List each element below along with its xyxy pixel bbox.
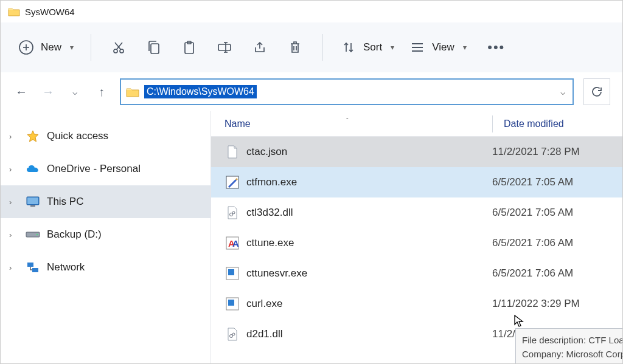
file-tooltip: File description: CTF Loader Company: Mi… xyxy=(515,328,623,364)
svg-text:A: A xyxy=(232,238,239,249)
sidebar-item-label: This PC xyxy=(47,196,83,208)
cloud-icon xyxy=(25,161,41,177)
svg-rect-31 xyxy=(228,269,234,275)
svg-rect-19 xyxy=(30,205,35,207)
plus-circle-icon xyxy=(18,39,35,56)
divider xyxy=(322,34,323,61)
trash-icon xyxy=(288,40,302,55)
sort-icon xyxy=(340,39,357,56)
file-row[interactable]: ctl3d32.dll 6/5/2021 7:05 AM xyxy=(211,197,622,228)
folder-icon xyxy=(8,7,20,16)
column-name[interactable]: Name ˆ xyxy=(224,118,492,129)
sidebar-item-onedrive[interactable]: › OneDrive - Personal xyxy=(1,153,211,185)
column-headers: Name ˆ Date modified xyxy=(211,111,622,137)
folder-icon xyxy=(126,86,139,97)
up-button[interactable]: ↑ xyxy=(93,83,110,100)
chevron-down-icon: ▾ xyxy=(70,43,74,52)
sidebar-item-network[interactable]: › Network xyxy=(1,251,211,284)
toolbar: New ▾ Sort ▾ View ▾ ••• xyxy=(1,22,622,72)
nav-bar: ← → ⌵ ↑ C:\Windows\SysWOW64 ⌵ xyxy=(1,72,622,111)
column-date[interactable]: Date modified xyxy=(504,118,564,129)
chevron-down-icon: ▾ xyxy=(463,43,467,52)
expand-icon[interactable]: › xyxy=(9,263,19,272)
expand-icon[interactable]: › xyxy=(9,230,19,239)
svg-rect-7 xyxy=(151,44,159,53)
file-date: 11/2/2021 7:28 PM xyxy=(492,146,580,158)
file-name: d2d1.dll xyxy=(246,328,492,340)
svg-rect-23 xyxy=(32,268,38,272)
file-date: 6/5/2021 7:06 AM xyxy=(492,267,573,280)
ellipsis-icon: ••• xyxy=(487,39,505,55)
sort-label: Sort xyxy=(363,41,382,53)
file-date: 6/5/2021 7:05 AM xyxy=(492,207,573,219)
share-icon xyxy=(252,40,267,55)
tooltip-description: File description: CTF Loader xyxy=(522,334,623,348)
column-name-label: Name xyxy=(224,118,251,129)
ctfmon-icon xyxy=(224,174,240,190)
sidebar-item-label: OneDrive - Personal xyxy=(47,163,141,175)
clipboard-icon xyxy=(183,40,196,55)
address-dropdown[interactable]: ⌵ xyxy=(558,84,568,99)
app-icon xyxy=(224,266,240,281)
sidebar-item-label: Network xyxy=(47,261,85,273)
sort-indicator-icon: ˆ xyxy=(346,117,349,125)
drive-icon xyxy=(25,227,41,242)
svg-rect-18 xyxy=(27,197,38,204)
sidebar-item-this-pc[interactable]: › This PC xyxy=(1,185,211,218)
more-button[interactable]: ••• xyxy=(480,34,513,61)
new-label: New xyxy=(41,41,61,53)
dll-icon xyxy=(224,205,240,221)
forward-button[interactable]: → xyxy=(40,83,57,100)
file-list: ctac.json 11/2/2021 7:28 PM ctfmon.exe 6… xyxy=(211,137,622,349)
back-button[interactable]: ← xyxy=(13,83,30,100)
new-button[interactable]: New ▾ xyxy=(12,35,80,60)
star-icon xyxy=(25,128,41,144)
scissors-icon xyxy=(111,40,126,55)
address-bar[interactable]: C:\Windows\SysWOW64 ⌵ xyxy=(120,78,574,105)
sidebar-item-quick-access[interactable]: › Quick access xyxy=(1,120,211,153)
svg-rect-22 xyxy=(27,263,33,267)
view-label: View xyxy=(432,41,454,53)
file-date: 6/5/2021 7:06 AM xyxy=(492,237,573,249)
file-date: 1/11/2022 3:29 PM xyxy=(492,298,580,310)
pc-icon xyxy=(25,194,41,210)
expand-icon[interactable]: › xyxy=(9,132,19,141)
file-icon xyxy=(224,144,240,160)
svg-rect-10 xyxy=(218,44,231,50)
divider xyxy=(91,34,91,61)
address-path: C:\Windows\SysWOW64 xyxy=(144,85,257,98)
view-button[interactable]: View ▾ xyxy=(403,35,473,60)
delete-button[interactable] xyxy=(279,34,312,61)
rename-icon xyxy=(217,40,232,55)
title-bar: SysWOW64 xyxy=(1,1,622,22)
file-row[interactable]: curl.exe 1/11/2022 3:29 PM xyxy=(211,289,622,319)
svg-rect-33 xyxy=(228,300,234,306)
sidebar-item-backup[interactable]: › Backup (D:) xyxy=(1,218,211,251)
column-divider[interactable] xyxy=(492,115,493,132)
paste-button[interactable] xyxy=(173,34,206,61)
chevron-down-icon: ▾ xyxy=(391,43,394,52)
file-row[interactable]: ctac.json 11/2/2021 7:28 PM xyxy=(211,137,622,167)
file-row[interactable]: AA cttune.exe 6/5/2021 7:06 AM xyxy=(211,228,622,258)
file-name: ctl3d32.dll xyxy=(246,207,492,219)
rename-button[interactable] xyxy=(208,34,241,61)
file-row[interactable]: cttunesvr.exe 6/5/2021 7:06 AM xyxy=(211,258,622,289)
sidebar-item-label: Quick access xyxy=(47,130,108,142)
share-button[interactable] xyxy=(243,34,276,61)
expand-icon[interactable]: › xyxy=(9,197,19,207)
copy-icon xyxy=(147,40,161,55)
expand-icon[interactable]: › xyxy=(9,165,19,174)
refresh-button[interactable] xyxy=(583,78,610,105)
file-row[interactable]: ctfmon.exe 6/5/2021 7:05 AM xyxy=(211,167,622,197)
window-title: SysWOW64 xyxy=(25,7,75,17)
sort-button[interactable]: Sort ▾ xyxy=(334,35,400,60)
cut-button[interactable] xyxy=(102,34,135,61)
network-icon xyxy=(25,259,41,275)
recent-button[interactable]: ⌵ xyxy=(66,83,83,100)
tooltip-company: Company: Microsoft Corporation xyxy=(522,348,623,362)
content-area: › Quick access › OneDrive - Personal › T… xyxy=(1,111,622,363)
copy-button[interactable] xyxy=(137,34,170,61)
navigation-pane: › Quick access › OneDrive - Personal › T… xyxy=(1,111,211,363)
view-icon xyxy=(409,39,426,56)
app-icon xyxy=(224,296,240,312)
